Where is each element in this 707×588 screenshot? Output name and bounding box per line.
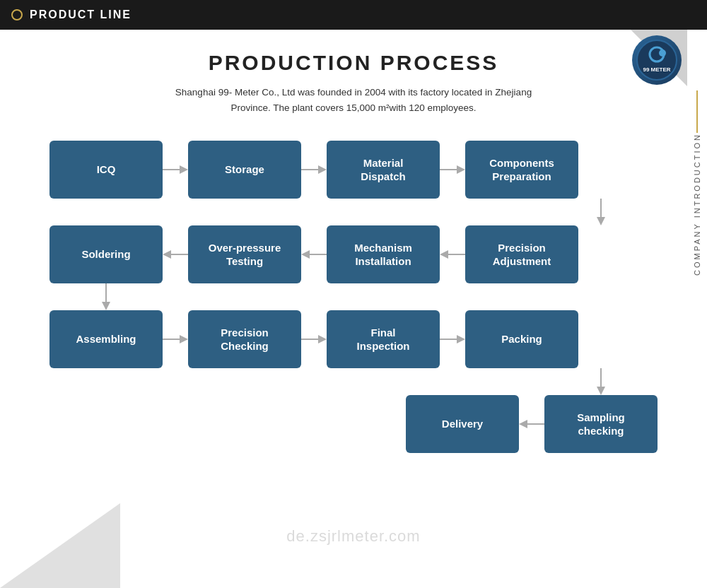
- svg-marker-7: [318, 165, 327, 174]
- box-soldering: Soldering: [49, 225, 163, 283]
- flow-diagram: ICQ Storage Material Dispatch Components…: [49, 141, 658, 453]
- box-assembling: Assembling: [49, 310, 163, 368]
- box-storage: Storage: [188, 141, 301, 199]
- svg-marker-9: [457, 165, 465, 174]
- arrow-right-3: [440, 161, 465, 178]
- main-content: PRODUCTION PROCESS Shanghai 99- Meter Co…: [0, 30, 707, 467]
- vert-arrow-down-1: [544, 199, 658, 225]
- svg-marker-11: [597, 217, 605, 225]
- box-icq: ICQ: [49, 141, 163, 199]
- flow-row-2: Soldering Over-pressure Testing Mechanis…: [49, 225, 658, 283]
- svg-marker-5: [180, 165, 188, 174]
- flow-row-1: ICQ Storage Material Dispatch Components…: [49, 141, 658, 199]
- vert-arrow-down-2: [49, 283, 163, 310]
- arrow-left-1: [163, 246, 188, 263]
- box-packing: Packing: [465, 310, 578, 368]
- header-bar: PRODUCT LINE: [0, 0, 707, 30]
- vert-spacer-1: [49, 199, 658, 225]
- svg-marker-29: [519, 420, 527, 428]
- box-precision-adjustment: Precision Adjustment: [465, 225, 578, 283]
- page-subtitle: Shanghai 99- Meter Co., Ltd was founded …: [35, 85, 672, 115]
- svg-marker-13: [163, 250, 171, 259]
- arrow-right-4: [163, 331, 188, 348]
- box-mechanism-installation: Mechanism Installation: [327, 225, 440, 283]
- box-over-pressure-testing: Over-pressure Testing: [188, 225, 301, 283]
- arrow-left-4: [519, 416, 544, 433]
- arrow-left-2: [301, 246, 327, 263]
- vert-arrow-down-3: [544, 368, 658, 395]
- box-components-preparation: Components Preparation: [465, 141, 578, 199]
- box-delivery: Delivery: [406, 395, 519, 453]
- svg-marker-27: [597, 387, 605, 395]
- box-sampling-checking: Sampling checking: [544, 395, 658, 453]
- svg-marker-19: [102, 302, 110, 310]
- box-final-inspection: Final Inspection: [327, 310, 440, 368]
- arrow-left-3: [440, 246, 465, 263]
- svg-marker-17: [440, 250, 448, 259]
- arrow-right-5: [301, 331, 327, 348]
- svg-marker-23: [318, 335, 327, 343]
- page-title: PRODUCTION PROCESS: [35, 51, 672, 75]
- box-material-dispatch: Material Dispatch: [327, 141, 440, 199]
- watermark: de.zsjrlmeter.com: [286, 527, 420, 546]
- svg-marker-21: [180, 335, 188, 343]
- bottom-left-triangle: [0, 503, 120, 588]
- header-title: PRODUCT LINE: [30, 8, 132, 21]
- vert-spacer-2: [49, 283, 658, 310]
- svg-marker-15: [301, 250, 310, 259]
- vert-spacer-3: [49, 368, 658, 395]
- arrow-right-6: [440, 331, 465, 348]
- svg-marker-25: [457, 335, 465, 343]
- arrow-right-2: [301, 161, 327, 178]
- flow-row-4: Delivery Sampling checking: [49, 395, 658, 453]
- flow-row-3: Assembling Precision Checking Final Insp…: [49, 310, 658, 368]
- header-circle: [11, 9, 23, 20]
- box-precision-checking: Precision Checking: [188, 310, 301, 368]
- arrow-right-1: [163, 161, 188, 178]
